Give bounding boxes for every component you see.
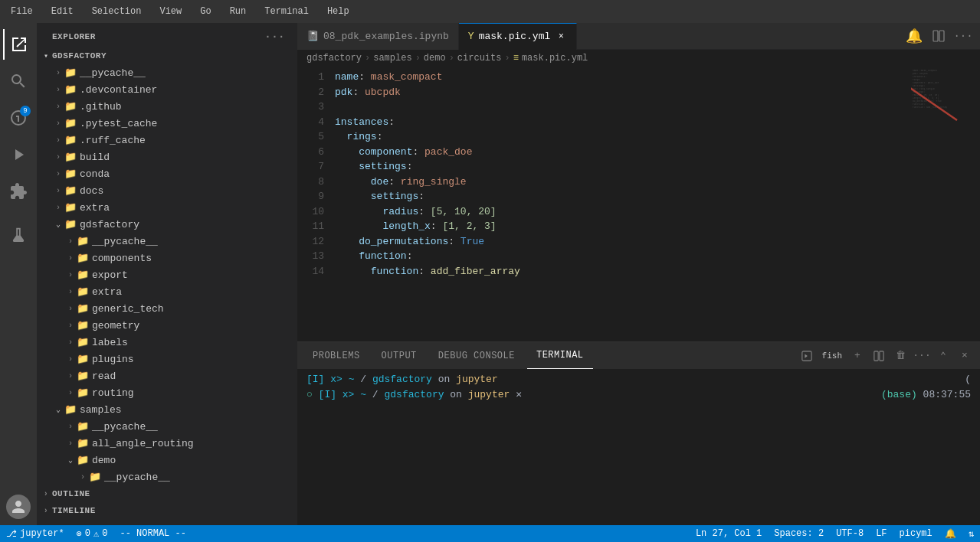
- tree-item[interactable]: › 📁 __pycache__: [37, 64, 297, 81]
- status-eol-label: LF: [876, 528, 887, 539]
- editor-scrollbar[interactable]: [972, 67, 980, 341]
- terminal-prompt-1-path: /: [360, 374, 366, 385]
- tree-item[interactable]: › 📁 generic_tech: [37, 300, 297, 317]
- menu-terminal[interactable]: Terminal: [261, 5, 312, 18]
- code-token: [335, 159, 359, 175]
- tree-item[interactable]: › 📁 plugins: [37, 351, 297, 367]
- tree-item[interactable]: › 📁 __pycache__: [37, 469, 297, 485]
- breadcrumb-demo[interactable]: demo: [424, 53, 446, 64]
- folder-icon: 📁: [77, 336, 89, 348]
- bottom-panel: PROBLEMS OUTPUT DEBUG CONSOLE TERMINAL f…: [297, 341, 980, 525]
- tree-item[interactable]: › 📁 __pycache__: [37, 233, 297, 250]
- breadcrumb-gdsfactory[interactable]: gdsfactory: [306, 53, 362, 64]
- tree-item[interactable]: › 📁 export: [37, 266, 297, 283]
- tree-item[interactable]: ⌄ 📁 gdsfactory: [37, 216, 297, 233]
- run-debug-icon[interactable]: [3, 139, 34, 170]
- tab-bar: 📓 08_pdk_examples.ipynb Y mask.pic.yml ×…: [297, 23, 980, 50]
- split-terminal-icon[interactable]: [870, 347, 888, 365]
- user-avatar[interactable]: [6, 495, 31, 519]
- panel-maximize-icon[interactable]: ⌃: [934, 347, 952, 365]
- tree-item[interactable]: › 📁 build: [37, 149, 297, 165]
- tree-item[interactable]: › 📁 __pycache__: [37, 418, 297, 435]
- tree-arrow-icon: ⌄: [52, 218, 64, 230]
- status-language[interactable]: picyml: [893, 525, 939, 542]
- panel-tab-problems[interactable]: PROBLEMS: [303, 342, 369, 369]
- tree-arrow-icon: ›: [64, 252, 77, 264]
- tree-item[interactable]: › 📁 extra: [37, 283, 297, 300]
- code-content[interactable]: name: mask_compactpdk: ubcpdkinstances: …: [332, 67, 911, 341]
- breadcrumb-circuits[interactable]: circuits: [457, 53, 502, 64]
- menu-file[interactable]: File: [8, 5, 36, 18]
- status-eol[interactable]: LF: [870, 525, 893, 542]
- panel-close-icon[interactable]: ×: [955, 347, 974, 365]
- panel-more-icon[interactable]: ···: [913, 347, 931, 365]
- tree-item[interactable]: › 📁 conda: [37, 165, 297, 182]
- tree-item[interactable]: › 📁 .pytest_cache: [37, 115, 297, 132]
- search-icon[interactable]: [3, 66, 34, 96]
- tree-arrow-icon: ⌄: [52, 403, 64, 416]
- tree-item[interactable]: › 📁 .github: [37, 98, 297, 115]
- terminal-content[interactable]: [I] x> ~ / gdsfactory on jupyter ( ○: [297, 369, 980, 525]
- panel-tab-terminal[interactable]: TERMINAL: [527, 342, 593, 369]
- code-token: doe: [371, 175, 388, 190]
- menu-go[interactable]: Go: [197, 5, 214, 18]
- menu-run[interactable]: Run: [227, 5, 250, 18]
- line-number: 9: [297, 189, 324, 204]
- menu-edit[interactable]: Edit: [48, 5, 77, 18]
- tree-item[interactable]: › 📁 routing: [37, 384, 297, 401]
- svg-rect-0: [933, 31, 938, 41]
- panel-tab-debug[interactable]: DEBUG CONSOLE: [429, 342, 524, 369]
- explorer-icon[interactable]: [3, 29, 34, 60]
- error-icon: ⊗: [77, 528, 82, 540]
- breadcrumb-samples[interactable]: samples: [373, 53, 411, 64]
- menu-help[interactable]: Help: [324, 5, 352, 18]
- menu-selection[interactable]: Selection: [89, 5, 145, 18]
- tree-item-label: components: [92, 253, 152, 264]
- new-terminal-icon[interactable]: +: [848, 347, 867, 365]
- extensions-icon[interactable]: [3, 176, 34, 207]
- status-git[interactable]: ⎇ jupyter*: [0, 525, 70, 542]
- status-notifications[interactable]: 🔔: [939, 525, 962, 542]
- panel-tab-output[interactable]: OUTPUT: [372, 342, 426, 369]
- more-actions-icon[interactable]: ···: [952, 25, 974, 47]
- tree-item[interactable]: › 📁 all_angle_routing: [37, 435, 297, 452]
- tree-arrow-icon: ›: [64, 353, 77, 365]
- tree-item[interactable]: › 📁 components: [37, 250, 297, 266]
- kill-terminal-icon[interactable]: 🗑: [891, 347, 910, 365]
- tree-item[interactable]: › 📁 geometry: [37, 317, 297, 334]
- sidebar-root-folder[interactable]: ▾GDSFACTORY: [37, 47, 297, 64]
- status-sync[interactable]: ⇅: [962, 525, 980, 542]
- code-token: pack_doe: [424, 145, 472, 160]
- tree-item[interactable]: ⌄ 📁 samples: [37, 401, 297, 418]
- code-token: add_fiber_array: [431, 264, 520, 279]
- folder-icon: 📁: [77, 235, 89, 247]
- source-control-icon[interactable]: 9: [3, 103, 34, 133]
- tree-item-label: all_angle_routing: [92, 438, 194, 449]
- status-spaces[interactable]: Spaces: 2: [768, 525, 830, 542]
- code-token: :: [412, 145, 424, 160]
- tree-item[interactable]: › 📁 docs: [37, 182, 297, 199]
- sidebar-section-header[interactable]: ›TIMELINE: [37, 502, 297, 519]
- tab-yaml-close[interactable]: ×: [555, 31, 567, 43]
- tree-item[interactable]: › 📁 read: [37, 367, 297, 384]
- tree-item[interactable]: › 📁 extra: [37, 199, 297, 216]
- notifications-icon[interactable]: 🔔: [903, 25, 925, 47]
- tab-yaml[interactable]: Y mask.pic.yml ×: [459, 23, 577, 50]
- split-editor-icon[interactable]: [928, 25, 949, 47]
- tree-item-label: export: [92, 269, 128, 281]
- sidebar-section-header[interactable]: ›OUTLINE: [37, 485, 297, 502]
- status-errors[interactable]: ⊗ 0 ⚠ 0: [70, 525, 114, 542]
- menu-view[interactable]: View: [156, 5, 185, 18]
- flask-icon[interactable]: [3, 219, 34, 250]
- status-cursor[interactable]: Ln 27, Col 1: [690, 525, 768, 542]
- breadcrumb-filename[interactable]: mask.pic.yml: [522, 53, 588, 64]
- status-encoding[interactable]: UTF-8: [830, 525, 870, 542]
- sidebar-more-icon[interactable]: ···: [261, 29, 288, 44]
- tree-item[interactable]: › 📁 .devcontainer: [37, 81, 297, 98]
- tree-item[interactable]: › 📁 labels: [37, 334, 297, 351]
- tab-notebook[interactable]: 📓 08_pdk_examples.ipynb: [297, 23, 459, 50]
- tree-item[interactable]: › 📁 .ruff_cache: [37, 132, 297, 149]
- status-vim-mode[interactable]: -- NORMAL --: [113, 525, 192, 542]
- tree-item[interactable]: ⌄ 📁 demo: [37, 452, 297, 469]
- terminal-run-icon[interactable]: [798, 347, 816, 365]
